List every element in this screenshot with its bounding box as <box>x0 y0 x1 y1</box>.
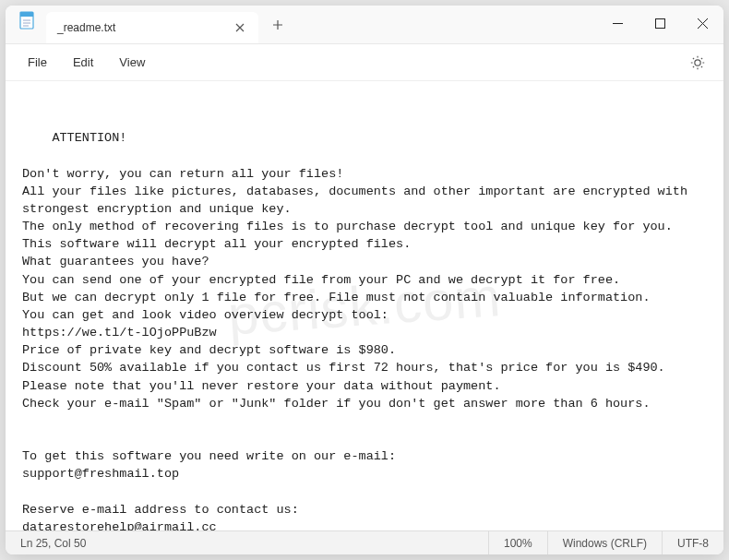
minimize-button[interactable] <box>596 6 639 41</box>
status-position[interactable]: Ln 25, Col 50 <box>6 531 489 554</box>
menu-edit[interactable]: Edit <box>60 50 106 75</box>
window-controls <box>596 6 723 41</box>
close-window-button[interactable] <box>681 6 723 41</box>
tab-active[interactable]: _readme.txt <box>46 12 258 43</box>
status-line-ending[interactable]: Windows (CRLF) <box>548 531 663 554</box>
titlebar: _readme.txt <box>6 6 723 44</box>
svg-rect-5 <box>655 18 664 28</box>
document-body: ATTENTION! Don't worry, you can return a… <box>22 131 695 530</box>
menu-view[interactable]: View <box>106 50 158 75</box>
status-zoom[interactable]: 100% <box>489 531 548 554</box>
svg-rect-1 <box>20 12 33 17</box>
status-encoding[interactable]: UTF-8 <box>663 531 723 554</box>
tab-title: _readme.txt <box>57 21 233 34</box>
settings-button[interactable] <box>685 50 711 76</box>
statusbar: Ln 25, Col 50 100% Windows (CRLF) UTF-8 <box>6 530 723 554</box>
maximize-button[interactable] <box>639 6 681 41</box>
menubar: File Edit View <box>6 44 723 81</box>
menu-file[interactable]: File <box>15 50 60 75</box>
watermark: pcrisk.com <box>225 257 504 355</box>
notepad-window: _readme.txt File Edit View pc <box>6 6 723 554</box>
close-tab-icon[interactable] <box>233 20 247 35</box>
gear-icon <box>689 54 706 71</box>
text-editor-area[interactable]: pcrisk.com ATTENTION! Don't worry, you c… <box>6 81 723 530</box>
notepad-icon <box>18 11 37 30</box>
new-tab-button[interactable] <box>264 11 292 39</box>
